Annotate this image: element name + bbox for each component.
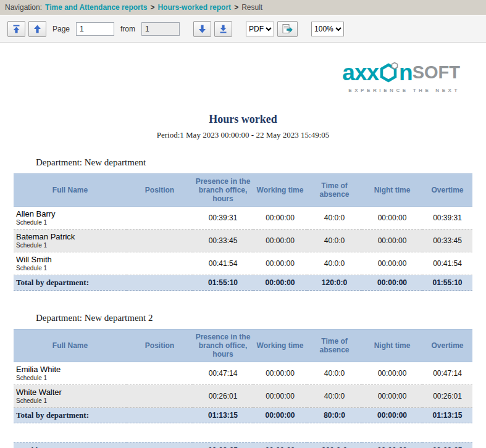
total-presence: 01:13:15	[193, 408, 253, 423]
employee-schedule: Schedule 1	[16, 397, 124, 405]
export-report-icon	[282, 24, 293, 33]
total-time-of-absence: 80:0:0	[307, 408, 362, 423]
cell-presence: 00:26:01	[193, 385, 253, 408]
table-row: White Walter Schedule 1 00:26:01 00:00:0…	[14, 385, 472, 408]
arrow-up-to-top-icon	[12, 25, 20, 33]
cell-presence: 00:47:14	[193, 362, 253, 385]
department-heading-2: Department: New department 2	[36, 313, 486, 323]
hexagon-icon	[379, 62, 398, 83]
department-total-row: Total by department: 01:55:10 00:00:00 1…	[14, 275, 472, 291]
cell-position	[127, 207, 193, 230]
total-working-time: 00:00:00	[253, 275, 307, 291]
employee-name: Bateman Patrick	[16, 232, 124, 241]
table-row: Emilia White Schedule 1 00:47:14 00:00:0…	[14, 362, 472, 385]
employee-name: Will Smith	[16, 255, 124, 264]
logo-text-soft: soft	[413, 64, 460, 81]
department-heading-1: Department: New department	[36, 157, 486, 168]
previous-page-button[interactable]	[28, 21, 46, 37]
breadcrumb-link-hours-worked-report[interactable]: Hours-worked report	[157, 3, 231, 12]
cell-working-time: 00:00:00	[253, 252, 307, 275]
format-select[interactable]: PDF	[246, 22, 274, 36]
from-label: from	[120, 25, 135, 33]
breadcrumb-separator: >	[150, 3, 154, 12]
arrow-down-to-bottom-icon	[219, 25, 227, 33]
page-count-input[interactable]	[141, 22, 180, 36]
cell-working-time: 00:00:00	[253, 230, 307, 252]
breadcrumb-current: Result	[241, 3, 262, 12]
employee-name: Emilia White	[16, 365, 124, 374]
department-table-1: Full Name Position Presence in the branc…	[14, 173, 472, 291]
col-full-name: Full Name	[14, 330, 127, 362]
report-total-presence: 03:08:25	[193, 442, 253, 448]
cell-position	[127, 230, 193, 252]
col-night-time: Night time	[362, 330, 422, 362]
last-page-button[interactable]	[214, 21, 232, 37]
col-position: Position	[127, 330, 193, 362]
cell-time-of-absence: 40:0:0	[307, 252, 362, 275]
cell-presence: 00:41:54	[193, 252, 253, 275]
table-header-row: Full Name Position Presence in the branc…	[14, 174, 472, 207]
breadcrumb-link-time-attendance-reports[interactable]: Time and Attendance reports	[45, 3, 147, 12]
cell-position	[127, 362, 193, 385]
report-total-table: Total by report: 03:08:25 00:00:00 200:0…	[14, 442, 472, 448]
total-working-time: 00:00:00	[253, 408, 307, 423]
cell-full-name: White Walter Schedule 1	[14, 385, 127, 408]
report-total-row: Total by report: 03:08:25 00:00:00 200:0…	[14, 442, 472, 448]
col-full-name: Full Name	[14, 174, 127, 207]
cell-time-of-absence: 40:0:0	[307, 207, 362, 230]
col-time-of-absence: Time of absence	[307, 330, 362, 362]
cell-presence: 00:39:31	[193, 207, 253, 230]
report-title: Hours worked	[0, 113, 486, 126]
breadcrumb: Navigation: Time and Attendance reports …	[0, 0, 486, 15]
employee-schedule: Schedule 1	[16, 219, 124, 226]
navigation-label: Navigation:	[5, 3, 42, 12]
department-total-row: Total by department: 01:13:15 00:00:00 8…	[14, 408, 472, 423]
cell-overtime: 00:41:54	[422, 252, 472, 275]
next-page-button[interactable]	[193, 21, 211, 37]
total-overtime: 01:13:15	[422, 408, 472, 423]
report-total-night-time: 00:00:00	[362, 442, 422, 448]
table-header-row: Full Name Position Presence in the branc…	[14, 330, 472, 362]
cell-overtime: 00:47:14	[422, 362, 472, 385]
cell-presence: 00:33:45	[193, 230, 253, 252]
col-position: Position	[127, 174, 193, 207]
page-input[interactable]	[76, 22, 114, 36]
report-total-label: Total by report:	[14, 442, 193, 448]
axxonsoft-logo: axx n soft EXPERIENCE THE NEXT	[14, 61, 472, 93]
cell-night-time: 00:00:00	[362, 207, 422, 230]
employee-schedule: Schedule 1	[16, 265, 124, 272]
breadcrumb-separator: >	[234, 3, 238, 12]
cell-full-name: Emilia White Schedule 1	[14, 362, 127, 385]
employee-name: White Walter	[16, 388, 124, 397]
total-night-time: 00:00:00	[362, 275, 422, 291]
col-night-time: Night time	[362, 174, 422, 207]
total-presence: 01:55:10	[193, 275, 253, 291]
cell-working-time: 00:00:00	[253, 362, 307, 385]
arrow-down-icon	[198, 25, 206, 33]
cell-full-name: Bateman Patrick Schedule 1	[14, 230, 127, 252]
arrow-up-icon	[33, 25, 41, 33]
cell-night-time: 00:00:00	[362, 230, 422, 252]
logo-text-axx: axx	[342, 61, 379, 84]
page-label: Page	[52, 25, 70, 33]
col-time-of-absence: Time of absence	[307, 174, 362, 207]
cell-full-name: Allen Barry Schedule 1	[14, 207, 127, 230]
export-button[interactable]	[277, 21, 298, 37]
col-presence: Presence in the branch office, hours	[193, 330, 253, 362]
col-overtime: Overtime	[422, 330, 472, 362]
zoom-select[interactable]: 100%	[311, 22, 344, 36]
report-viewer: Navigation: Time and Attendance reports …	[0, 0, 486, 448]
cell-night-time: 00:00:00	[362, 362, 422, 385]
report-content: axx n soft EXPERIENCE THE NEXT Hours wor…	[0, 43, 486, 448]
table-row: Bateman Patrick Schedule 1 00:33:45 00:0…	[14, 230, 472, 252]
total-overtime: 01:55:10	[422, 275, 472, 291]
employee-name: Allen Barry	[16, 209, 124, 218]
col-overtime: Overtime	[422, 174, 472, 207]
first-page-button[interactable]	[7, 21, 25, 37]
cell-time-of-absence: 40:0:0	[307, 362, 362, 385]
report-total-working-time: 00:00:00	[253, 442, 307, 448]
report-total-overtime: 03:08:25	[422, 442, 472, 448]
cell-position	[127, 385, 193, 408]
col-working-time: Working time	[253, 174, 307, 207]
total-time-of-absence: 120:0:0	[307, 275, 362, 291]
